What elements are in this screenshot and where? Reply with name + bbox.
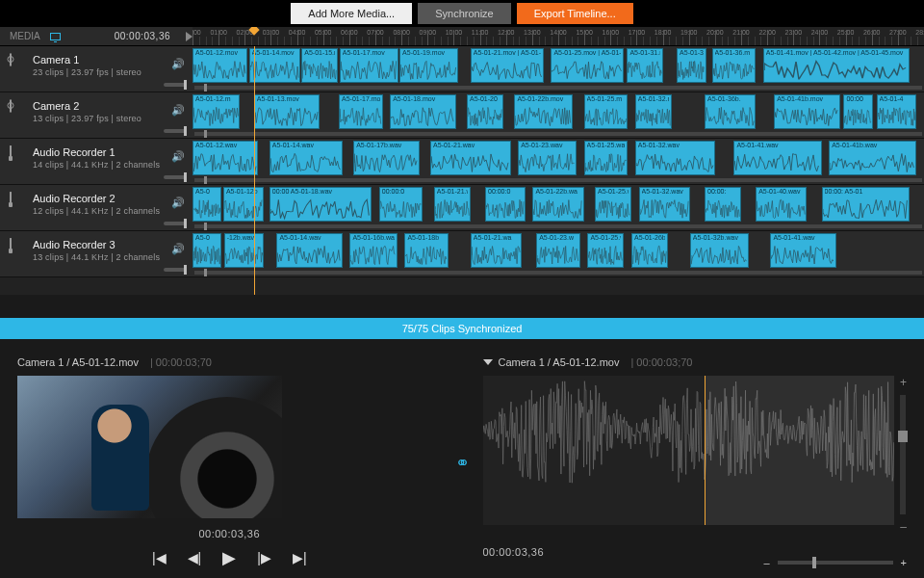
- track-volume-slider[interactable]: [164, 175, 187, 179]
- clip[interactable]: A5-01-41.wav: [770, 233, 835, 268]
- clip[interactable]: A5-01-17.mov: [339, 94, 383, 129]
- clip[interactable]: A5-01-22b.mov: [514, 94, 573, 129]
- clip[interactable]: A5-01-40.wav: [756, 187, 807, 222]
- clip[interactable]: A5-01-25.w: [587, 233, 624, 268]
- track-offset-slider[interactable]: [194, 224, 922, 228]
- v-zoom-out[interactable]: –: [900, 520, 907, 534]
- clip[interactable]: A5-0: [192, 187, 221, 222]
- clip[interactable]: -12b.wav: [224, 233, 265, 268]
- clip[interactable]: A5-01-21.mov | A5-01-22.mov: [471, 48, 544, 83]
- speaker-icon[interactable]: 🔊: [171, 243, 185, 255]
- clip[interactable]: A5-01-21.wav: [430, 141, 511, 175]
- track-lane[interactable]: A5-0A5-01-12b00:00 A5-01-18.wav00:00:0A5…: [192, 185, 924, 230]
- speaker-icon[interactable]: 🔊: [171, 104, 185, 117]
- track-volume-slider[interactable]: [164, 222, 187, 225]
- clip[interactable]: A5-01-33.r: [677, 48, 706, 83]
- track-lane[interactable]: A5-01-12.wavA5-01-14.wavA5-01-17b.wavA5-…: [192, 139, 924, 184]
- h-zoom-slider[interactable]: [778, 561, 893, 565]
- waveform-detail[interactable]: [483, 376, 894, 525]
- time-ruler[interactable]: 00:0001:0002:0003:0004:0005:0006:0007:00…: [192, 27, 924, 45]
- step-back-button[interactable]: ◀|: [188, 550, 202, 565]
- clip[interactable]: A5-01-36.m: [712, 48, 757, 83]
- clip[interactable]: A5-01-12.wav: [192, 141, 258, 175]
- clip[interactable]: A5-01-14.wav: [270, 141, 343, 175]
- clip[interactable]: A5-01-21.wa: [434, 187, 471, 222]
- clip[interactable]: A5-01-4: [877, 94, 917, 129]
- clip[interactable]: A5-01-32.wav: [635, 141, 716, 175]
- play-button[interactable]: ▶: [222, 547, 236, 568]
- track-lane[interactable]: A5-0-12b.wavA5-01-14.wavA5-01-16b.wavA5-…: [192, 231, 924, 276]
- clip[interactable]: 00:00:: [705, 187, 741, 222]
- clip[interactable]: 00:00: A5-01: [822, 187, 910, 222]
- track-lane[interactable]: A5-01-12.movA5-01-14.movA5-01-15.rA5-01-…: [192, 46, 924, 92]
- video-preview[interactable]: [17, 376, 282, 518]
- clip[interactable]: A5-01-32.m: [635, 94, 672, 129]
- track-offset-slider[interactable]: [194, 86, 922, 90]
- clip[interactable]: A5-01-17b.wav: [353, 141, 419, 175]
- clip[interactable]: A5-01-23.w: [536, 233, 580, 268]
- clip[interactable]: A5-01-16b.wav: [349, 233, 397, 268]
- track-header[interactable]: Camera 123 clips | 23.97 fps | stereo🔊: [0, 46, 192, 92]
- clip[interactable]: A5-01-12.m: [192, 94, 240, 129]
- clip[interactable]: A5-01-14.mov: [249, 48, 300, 83]
- clip[interactable]: 00:00: [843, 94, 872, 129]
- track-header[interactable]: Audio Recorder 212 clips | 44.1 KHz | 2 …: [0, 185, 192, 230]
- clip[interactable]: 00:00:0: [485, 187, 526, 222]
- track-volume-slider[interactable]: [164, 83, 187, 87]
- waveform-playhead[interactable]: [705, 376, 706, 525]
- clip[interactable]: A5-01-25.w: [595, 187, 631, 222]
- track-offset-slider[interactable]: [194, 271, 922, 275]
- v-zoom-slider[interactable]: [900, 395, 906, 514]
- clip[interactable]: A5-01-21.wa: [471, 233, 522, 268]
- clip[interactable]: A5-01-25.m: [584, 94, 629, 129]
- track-offset-slider[interactable]: [194, 178, 922, 182]
- h-zoom-in[interactable]: +: [901, 557, 907, 568]
- clip[interactable]: A5-01-15.r: [301, 48, 338, 83]
- track-volume-slider[interactable]: [164, 268, 187, 272]
- clip[interactable]: A5-01-32b.wav: [690, 233, 749, 268]
- track-header[interactable]: Audio Recorder 313 clips | 44.1 KHz | 2 …: [0, 231, 192, 276]
- h-zoom-out[interactable]: –: [763, 557, 769, 568]
- clip[interactable]: A5-01-18.mov: [390, 94, 455, 129]
- clip[interactable]: A5-01-13.mov: [254, 94, 320, 129]
- clip[interactable]: A5-01-12b: [223, 187, 264, 222]
- skip-end-button[interactable]: ▶|: [293, 550, 307, 565]
- track-header[interactable]: Camera 213 clips | 23.97 fps | stereo🔊: [0, 92, 192, 138]
- skip-start-button[interactable]: |◀: [152, 550, 167, 565]
- clip[interactable]: A5-01-36b.: [705, 94, 756, 129]
- link-icon[interactable]: ⚭: [455, 452, 470, 473]
- v-zoom-in[interactable]: +: [900, 376, 907, 389]
- track-lane[interactable]: A5-01-12.mA5-01-13.movA5-01-17.movA5-01-…: [192, 92, 924, 138]
- clip[interactable]: A5-01-18b: [404, 233, 449, 268]
- clip[interactable]: A5-01-19.mov: [399, 48, 458, 83]
- clip[interactable]: 00:00 A5-01-18.wav: [270, 187, 372, 222]
- track-volume-slider[interactable]: [164, 129, 187, 133]
- clip[interactable]: A5-01-32.wav: [639, 187, 690, 222]
- clip[interactable]: A5-01-17.mov: [340, 48, 398, 83]
- track-header[interactable]: Audio Recorder 114 clips | 44.1 KHz | 2 …: [0, 139, 192, 184]
- monitor-icon[interactable]: [50, 33, 61, 40]
- clip[interactable]: A5-0: [192, 233, 221, 268]
- clip[interactable]: A5-01-23.wav: [518, 141, 577, 175]
- dropdown-icon[interactable]: [483, 359, 493, 365]
- clip[interactable]: A5-01-41b.mov: [774, 94, 839, 129]
- clip[interactable]: A5-01-14.wav: [276, 233, 342, 268]
- clip[interactable]: A5-01-31.m: [627, 48, 663, 83]
- clip[interactable]: A5-01-12.mov: [192, 48, 247, 83]
- export-timeline-button[interactable]: Export Timeline...: [517, 3, 633, 24]
- speaker-icon[interactable]: 🔊: [171, 58, 185, 70]
- clip[interactable]: A5-01-41.mov | A5-01-42.mov | A5-01-45.m…: [763, 48, 910, 83]
- track-offset-slider[interactable]: [194, 132, 922, 136]
- clip[interactable]: A5-01-25.wav: [584, 141, 629, 175]
- speaker-icon[interactable]: 🔊: [171, 150, 185, 163]
- add-media-button[interactable]: Add More Media...: [291, 3, 412, 24]
- synchronize-button[interactable]: Synchronize: [418, 3, 511, 24]
- clip[interactable]: A5-01-41.wav: [733, 141, 821, 175]
- clip[interactable]: 00:00:0: [379, 187, 424, 222]
- clip[interactable]: A5-01-26b.: [631, 233, 668, 268]
- clip[interactable]: A5-01-22b.wa: [532, 187, 583, 222]
- step-forward-button[interactable]: |▶: [257, 550, 271, 565]
- speaker-icon[interactable]: 🔊: [171, 197, 185, 209]
- clip[interactable]: A5-01-41b.wav: [829, 141, 916, 175]
- play-icon[interactable]: [186, 32, 192, 41]
